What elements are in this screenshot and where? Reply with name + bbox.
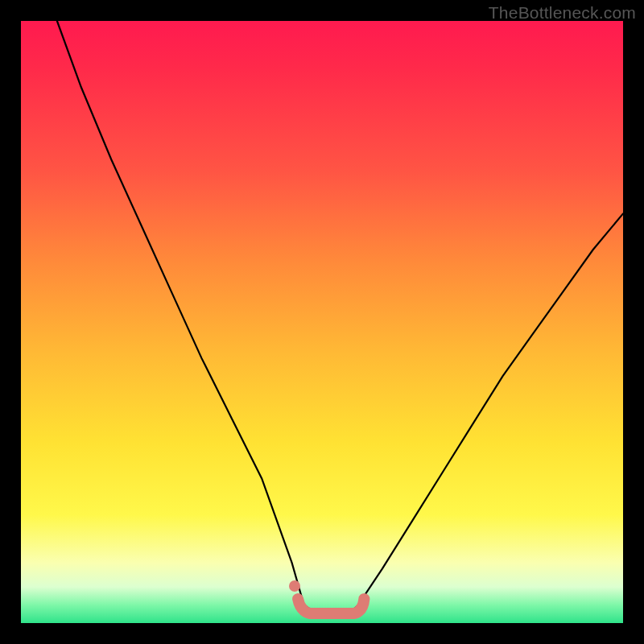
trough-marker-dot	[289, 580, 300, 592]
bottleneck-chart: TheBottleneck.com	[0, 0, 644, 644]
trough-marker	[298, 599, 364, 613]
attribution-label: TheBottleneck.com	[489, 3, 636, 23]
plot-area	[21, 21, 623, 623]
bottleneck-curve-path	[57, 21, 623, 617]
curve-layer	[21, 21, 623, 623]
